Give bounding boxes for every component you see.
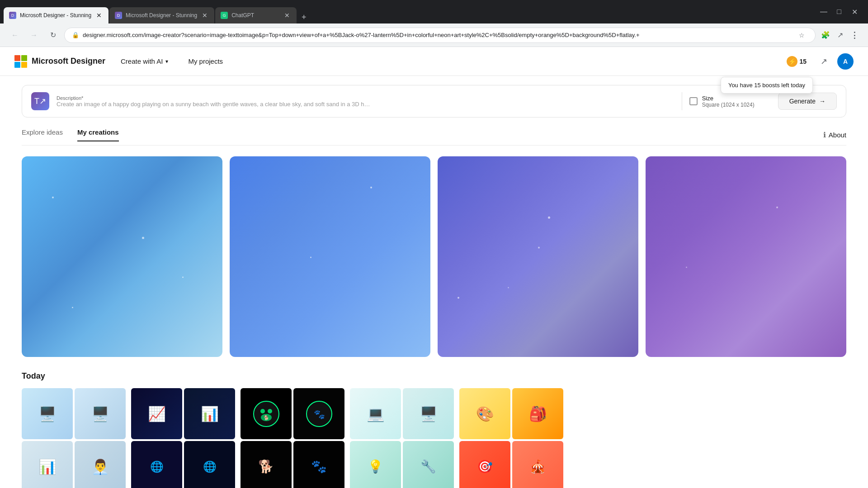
boost-count: 15 [799,58,807,65]
creation-group-1: 🖥️ 🖥️ 📊 👨‍💼 [22,388,126,488]
creation-thumb-2-2[interactable]: 📊 [184,388,235,439]
minimize-button[interactable]: — [817,5,830,18]
share-icon[interactable]: ↗ [834,29,846,42]
tab-my-creations[interactable]: My creations [77,128,119,141]
share-header-icon: ↗ [821,56,827,66]
back-icon: ← [11,31,19,39]
dog-neon-svg: 🐕 [253,400,280,427]
sparkle [52,197,54,198]
size-info: Size Square (1024 x 1024) [702,95,755,108]
sparkle [548,216,550,219]
address-icons: ☆ [795,29,808,42]
creation-thumb-5-1[interactable]: 🎨 [459,388,510,439]
creation-thumb-1-4[interactable]: 👨‍💼 [75,441,126,488]
about-label: About [829,131,846,139]
tabs-area: Explore ideas My creations ℹ About [22,128,846,145]
creation-thumb-2-4[interactable]: 🌐 [184,441,235,488]
creation-thumb-3-4[interactable]: 🐾 [293,441,344,488]
creation-group-4: 💻 🖥️ 💡 🔧 [350,388,454,488]
address-bar[interactable]: 🔒 designer.microsoft.com/image-creator?s… [64,28,816,43]
creation-thumb-5-2[interactable]: 🎒 [512,388,563,439]
toolbar-icons: 🧩 ↗ ⋮ [819,29,861,42]
bookmark-star-icon[interactable]: ☆ [795,29,808,42]
creation-thumb-2-3[interactable]: 🌐 [131,441,182,488]
prompt-input-area[interactable]: Description* Create an image of a happy … [57,95,675,108]
generate-label: Generate [789,98,816,105]
close-browser-button[interactable]: ✕ [848,5,861,18]
browser-chrome: D Microsoft Designer - Stunning ✕ D Micr… [0,0,868,23]
prompt-label: Description* [57,95,675,101]
forward-icon: → [30,31,38,39]
creation-thumb-3-1[interactable]: 🐕 [241,388,292,439]
creation-thumb-1-3[interactable]: 📊 [22,441,73,488]
ms-logo-icon [14,55,27,68]
creation-thumb-1-1[interactable]: 🖥️ [22,388,73,439]
tab-2-close[interactable]: ✕ [201,11,209,19]
creation-group-2: 📈 📊 🌐 🌐 [131,388,235,488]
sparkle [142,237,144,239]
today-grid: 🖥️ 🖥️ 📊 👨‍💼 📈 📊 🌐 🌐 [22,388,846,488]
my-projects-link[interactable]: My projects [184,55,227,68]
sparkle [458,297,459,299]
address-bar-row: ← → ↻ 🔒 designer.microsoft.com/image-cre… [0,23,868,47]
svg-point-1 [260,409,265,413]
tab-1-favicon: D [9,12,16,19]
address-url: designer.microsoft.com/image-creator?sce… [83,32,795,38]
prompt-divider [682,92,682,110]
maximize-button[interactable]: □ [833,5,845,18]
create-ai-label: Create with AI [121,57,163,65]
creation-thumb-4-1[interactable]: 💻 [350,388,401,439]
sparkle [370,187,372,188]
tab-3[interactable]: G ChatGPT ✕ [215,7,297,23]
about-button[interactable]: ℹ About [823,131,846,139]
creation-group-5: 🎨 🎒 🎯 🎪 [459,388,563,488]
creation-thumb-3-3[interactable]: 🐕 [241,441,292,488]
boost-button[interactable]: ⚡ 15 [783,53,810,70]
logo-text: Microsoft Designer [32,56,105,66]
loading-card-2[interactable] [230,156,430,357]
main-content: T↗ Description* Create an image of a hap… [0,85,868,488]
logo-area: Microsoft Designer [14,55,105,68]
avatar-button[interactable]: A [837,53,854,70]
tab-1-close[interactable]: ✕ [95,11,103,19]
loading-card-1[interactable] [22,156,222,357]
generate-button[interactable]: Generate → [778,93,837,110]
svg-point-2 [268,409,272,413]
loading-card-4[interactable] [646,156,846,357]
refresh-button[interactable]: ↻ [45,28,61,43]
avatar-initial: A [843,58,848,65]
creation-thumb-4-4[interactable]: 🔧 [403,441,454,488]
tab-1-title: Microsoft Designer - Stunning [20,12,91,19]
creation-thumb-3-2[interactable]: 🐾 [293,388,344,439]
info-icon: ℹ [823,131,826,139]
tab-1[interactable]: D Microsoft Designer - Stunning ✕ [4,7,108,23]
creation-thumb-4-2[interactable]: 🖥️ [403,388,454,439]
app-header: Microsoft Designer Create with AI ▾ My p… [0,47,868,76]
tab-explore-ideas[interactable]: Explore ideas [22,128,63,141]
extensions-icon[interactable]: 🧩 [819,29,832,42]
share-header-button[interactable]: ↗ [816,53,832,70]
creation-thumb-1-2[interactable]: 🖥️ [75,388,126,439]
tab-3-favicon: G [221,12,228,19]
sparkle [72,307,73,308]
more-options-icon[interactable]: ⋮ [848,29,861,42]
sparkle [776,206,778,208]
creation-thumb-2-1[interactable]: 📈 [131,388,182,439]
size-checkbox[interactable] [689,97,698,105]
new-tab-button[interactable]: + [297,11,310,23]
sparkle [182,277,184,278]
header-right: ⚡ 15 ↗ A You have 15 boosts left today [783,53,854,70]
create-with-ai-button[interactable]: Create with AI ▾ [116,55,173,68]
loading-card-3[interactable] [438,156,638,357]
creation-thumb-5-3[interactable]: 🎯 [459,441,510,488]
tab-3-close[interactable]: ✕ [283,11,291,19]
tab-2[interactable]: D Microsoft Designer - Stunning ✕ [109,7,214,23]
lock-icon: 🔒 [72,32,79,38]
back-button[interactable]: ← [7,28,23,43]
forward-button[interactable]: → [26,28,42,43]
svg-text:🐾: 🐾 [313,409,325,420]
creation-thumb-5-4[interactable]: 🎪 [512,441,563,488]
prompt-icon-symbol: T↗ [34,96,46,106]
creation-thumb-4-3[interactable]: 💡 [350,441,401,488]
tab-3-title: ChatGPT [231,12,279,19]
